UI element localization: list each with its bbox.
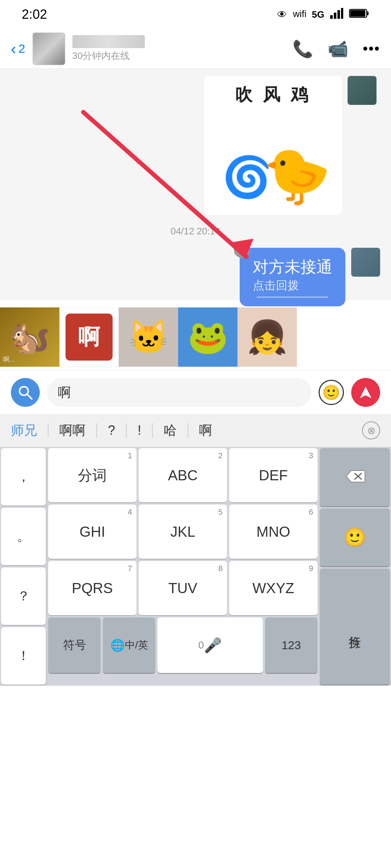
call-message-row: ✕ 对方未接通 点击回拨 [11, 248, 380, 306]
search-bar: 啊 🙂 [0, 370, 391, 414]
key-delete[interactable] [320, 448, 390, 506]
key-newline[interactable]: 换行 [320, 569, 390, 685]
emoji-button[interactable]: 🙂 [319, 380, 344, 405]
autocomplete-divider-3 [126, 423, 127, 438]
search-input-value: 啊 [58, 384, 71, 401]
globe-icon: 🌐 [110, 638, 125, 652]
autocomplete-divider-4 [152, 423, 153, 438]
key-comma[interactable]: ， [1, 448, 46, 506]
back-button[interactable]: ‹ 2 [11, 40, 25, 58]
key-lang[interactable]: 🌐 中/英 [103, 617, 155, 673]
emoji-keyboard-icon: 🙂 [344, 527, 366, 548]
key-num-9: 9 [309, 564, 313, 573]
key-1-fenbi[interactable]: 1 分词 [48, 448, 136, 502]
key-4-ghi[interactable]: 4 GHI [48, 505, 136, 559]
key-123[interactable]: 123 [265, 617, 318, 673]
autocomplete-item-2[interactable]: ? [108, 423, 115, 438]
close-circle-icon: ⊗ [367, 425, 375, 437]
video-icon[interactable]: 📹 [328, 39, 348, 59]
key-6-mno[interactable]: 6 MNO [229, 505, 318, 559]
key-123-label: 123 [282, 639, 301, 652]
key-7-pqrs[interactable]: 7 PQRS [48, 561, 136, 615]
key-label-pqrs: PQRS [72, 580, 113, 596]
key-comma-label: ， [17, 468, 30, 486]
key-num-5: 5 [218, 507, 223, 517]
sticker-item-5[interactable]: 👧 [237, 307, 297, 367]
key-num-4: 4 [128, 507, 132, 517]
call-subtitle: 点击回拨 [253, 278, 332, 294]
key-num-7: 7 [128, 564, 132, 573]
key-space[interactable]: 0 🎤 [157, 617, 262, 673]
sticker-item-4[interactable]: 🐸 [178, 307, 237, 367]
sticker-item-1[interactable]: 🐿️ 啊... [0, 307, 59, 367]
wifi-icon: wifi [293, 8, 306, 21]
status-icons: 👁 wifi 5G [277, 8, 369, 21]
ai-label-area [72, 810, 152, 868]
nav-actions: 📞 📹 ••• [293, 39, 380, 59]
kb-bottom-row: 符号 🌐 中/英 0 🎤 123 [47, 616, 319, 674]
autocomplete-item-5[interactable]: 啊 [199, 422, 212, 439]
keyboard-right-panel: 🙂 换行 [319, 447, 391, 686]
key-8-tuv[interactable]: 8 TUV [139, 561, 227, 615]
autocomplete-divider-2 [96, 423, 97, 438]
sender-avatar [348, 76, 377, 105]
key-period[interactable]: 。 [1, 508, 46, 565]
chat-area: 吹 风 鸡 🌀 🐤 04/12 20:14 ✕ 对方未接通 点击回拨 [0, 69, 391, 300]
svg-rect-6 [367, 12, 369, 15]
contact-info: 30分钟内在线 [72, 35, 285, 62]
key-label-def: DEF [259, 467, 288, 484]
autocomplete-item-0[interactable]: 师兄 [11, 422, 37, 439]
send-button[interactable] [351, 378, 380, 407]
sticker-item-2[interactable]: 啊 [59, 307, 119, 367]
sticker-tray: 🐿️ 啊... 啊 🐱 🐸 👧 [0, 300, 391, 370]
key-space-num: 0 [198, 639, 204, 651]
back-chevron-icon: ‹ [11, 40, 16, 58]
key-9-wxyz[interactable]: 9 WXYZ [229, 561, 318, 615]
kb-row-3: 7 PQRS 8 TUV 9 WXYZ [47, 560, 319, 616]
key-label-abc: ABC [168, 467, 198, 484]
kb-row-1: 1 分词 2 ABC 3 DEF [47, 447, 319, 503]
svg-rect-1 [330, 15, 333, 19]
autocomplete-bar: 师兄 啊啊 ? ! 哈 啊 ⊗ [0, 414, 391, 447]
key-label-mno: MNO [256, 524, 290, 540]
mic-icon: 🎤 [204, 637, 222, 654]
key-5-jkl[interactable]: 5 JKL [139, 505, 227, 559]
key-symbol[interactable]: 符号 [48, 617, 101, 673]
key-label-wxyz: WXYZ [252, 580, 294, 596]
call-bubble-wrapper[interactable]: ✕ 对方未接通 点击回拨 [240, 248, 345, 306]
autocomplete-item-3[interactable]: ! [138, 423, 141, 438]
call-bubble[interactable]: ✕ 对方未接通 点击回拨 [240, 248, 345, 306]
keyboard-left-panel: ， 。 ？ ！ [0, 447, 47, 686]
sticker-title: 吹 风 鸡 [211, 83, 335, 106]
key-question[interactable]: ？ [1, 567, 46, 625]
svg-line-11 [27, 394, 32, 399]
key-question-label: ？ [17, 587, 30, 605]
key-label-tuv: TUV [168, 580, 197, 596]
status-time: 2:02 [22, 7, 47, 22]
key-3-def[interactable]: 3 DEF [229, 448, 318, 502]
battery-icon [349, 8, 369, 21]
call-underline [257, 297, 328, 298]
autocomplete-item-4[interactable]: 哈 [164, 422, 177, 439]
key-2-abc[interactable]: 2 ABC [139, 448, 227, 502]
more-icon[interactable]: ••• [363, 41, 380, 57]
svg-rect-4 [341, 8, 343, 19]
search-button[interactable] [11, 378, 40, 407]
svg-rect-7 [350, 10, 365, 17]
autocomplete-close-button[interactable]: ⊗ [362, 421, 380, 439]
contact-status: 30分钟内在线 [72, 50, 285, 62]
key-exclaim[interactable]: ！ [1, 627, 46, 685]
key-exclaim-label: ！ [17, 647, 30, 665]
sticker-label-1: 啊... [3, 355, 15, 364]
nav-bar: ‹ 2 30分钟内在线 📞 📹 ••• [0, 29, 391, 69]
sticker-item-3[interactable]: 🐱 [119, 307, 178, 367]
contact-avatar [33, 33, 65, 65]
sticker-image: 🌀 🐤 [211, 106, 335, 208]
search-input[interactable]: 啊 [47, 378, 311, 407]
timestamp: 04/12 20:14 [11, 226, 380, 237]
emoji-icon: 🙂 [322, 384, 340, 401]
autocomplete-item-1[interactable]: 啊啊 [59, 422, 85, 439]
key-emoji-right[interactable]: 🙂 [320, 509, 390, 567]
call-title: 对方未接通 [253, 256, 332, 278]
phone-icon[interactable]: 📞 [293, 39, 313, 59]
